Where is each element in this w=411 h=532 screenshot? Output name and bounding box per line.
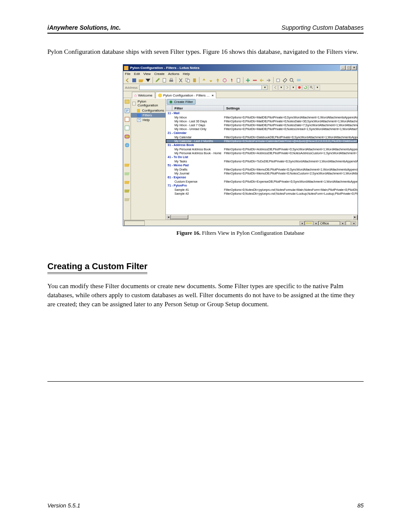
file-icon[interactable] [161, 77, 168, 84]
bookmark-folder-4[interactable] [124, 188, 130, 194]
maximize-button[interactable]: □ [346, 65, 351, 70]
status-dd-3[interactable]: ▴ [340, 221, 345, 225]
save-icon[interactable] [131, 77, 137, 84]
nav-dd3[interactable]: ▾ [314, 85, 320, 90]
copy-db-icon[interactable] [275, 77, 281, 84]
paste-icon[interactable] [191, 77, 198, 84]
filter-row[interactable]: My Inbox - Unread OnlyFilterOptions=0;Pi… [166, 127, 358, 131]
cut-icon[interactable] [177, 77, 184, 84]
nav-next-icon[interactable] [284, 85, 290, 90]
status-tail-1[interactable] [346, 221, 351, 225]
menu-file[interactable]: File [125, 72, 131, 76]
category-row[interactable]: 51 - Memo Pad [166, 163, 358, 168]
bookmark-folder-1[interactable] [124, 162, 130, 168]
tab-close-icon[interactable]: × [212, 93, 214, 97]
filter-row[interactable]: My JournalFilterOptions=0;PilotDb=MemoDB… [166, 171, 358, 175]
category-row[interactable]: 11 - Mail [166, 111, 358, 115]
category-row[interactable]: 21 - Calendar [166, 131, 358, 135]
col-blank[interactable] [166, 106, 172, 111]
nav-dd1[interactable]: ▾ [278, 85, 284, 90]
copy-icon[interactable] [184, 77, 191, 84]
chat-icon[interactable] [296, 77, 302, 84]
svg-rect-8 [237, 78, 240, 82]
expand-icon[interactable] [245, 77, 251, 84]
address-dropdown[interactable]: ▼ [262, 85, 268, 90]
collapse-icon[interactable] [252, 77, 258, 84]
filter-row[interactable]: My Inbox - Last 7 DaysFilterOptions=0;Pi… [166, 123, 358, 127]
bookmark-folder-5[interactable] [124, 196, 130, 202]
arrow-up-icon[interactable] [215, 77, 221, 84]
filter-row[interactable]: My Inbox - Last 30 DaysFilterOptions=0;P… [166, 119, 358, 123]
bookmark-icon-6[interactable] [124, 142, 130, 148]
dropdown-icon[interactable] [145, 77, 151, 84]
menu-edit[interactable]: Edit [134, 72, 140, 76]
menu-create[interactable]: Create [154, 72, 165, 76]
forward-icon[interactable] [265, 77, 272, 84]
bookmark-folder-3[interactable] [124, 179, 130, 185]
filter-row[interactable]: My TasksFilterOptions=0;PilotDb=ToDoDB;P… [166, 159, 358, 163]
nav-item-help[interactable]: ? Help [131, 118, 165, 122]
create-filter-button[interactable]: ✱ Create Filter [167, 99, 196, 105]
nav-back-icon[interactable] [124, 77, 131, 84]
status-dd-4[interactable]: ▴ [351, 221, 356, 225]
close-button[interactable]: × [352, 65, 357, 70]
nav-search-icon[interactable] [308, 85, 314, 90]
tab-filters-label: Pylon Configuration - Filters ... [163, 93, 210, 97]
filter-row[interactable]: My InboxFilterOptions=0;PilotDb=MailDB;P… [166, 115, 358, 119]
status-conn-icon[interactable] [305, 221, 313, 225]
col-filter[interactable]: Filter [172, 106, 224, 111]
address-input[interactable] [139, 85, 262, 90]
pin-icon[interactable] [228, 77, 235, 84]
status-location[interactable]: Office [318, 221, 340, 225]
filter-row[interactable]: Custom ExpenseFilterOptions=0;PilotDb=Ex… [166, 180, 358, 184]
minimize-button[interactable]: _ [340, 65, 346, 70]
filter-row[interactable]: Sample #1FilterOptions=0;NotesDb=pylonpr… [166, 188, 358, 192]
nav-prev-icon[interactable] [272, 85, 278, 90]
filter-row[interactable]: My DraftsFilterOptions=0;PilotDb=MemoDB;… [166, 168, 358, 171]
nav-stop-icon[interactable] [296, 85, 302, 90]
scroll-thumb[interactable] [171, 215, 188, 219]
tab-filters[interactable]: Pylon Configuration - Filters ... × [156, 92, 216, 98]
filter-row[interactable]: My CalendarFilterOptions=0;PilotDb=Dateb… [166, 135, 358, 139]
nav-item-filters[interactable]: Filters [131, 113, 165, 118]
filter-row[interactable]: Sample #2FilterOptions=0;NotesDb=pylonpr… [166, 192, 358, 196]
sort-desc-icon[interactable] [208, 77, 214, 84]
print-icon[interactable] [168, 77, 174, 84]
arrow-sync-icon[interactable] [221, 77, 228, 84]
col-settings[interactable]: Settings [224, 106, 358, 111]
open-icon[interactable] [138, 77, 144, 84]
edit-icon[interactable] [154, 77, 161, 84]
menu-actions[interactable]: Actions [168, 72, 179, 76]
status-dd-1[interactable]: ▴ [299, 221, 305, 225]
bookmark-folder-2[interactable] [124, 171, 130, 177]
find-icon[interactable] [282, 77, 288, 84]
workspace: Pylon Configuration Configurations Filte… [123, 98, 358, 220]
bookmark-icon-4[interactable] [124, 125, 130, 131]
bookmark-icon-1[interactable] [124, 99, 130, 105]
sort-asc-icon[interactable] [201, 77, 207, 84]
horizontal-scrollbar[interactable]: ◄ ► [166, 215, 358, 220]
category-row[interactable]: 41 - To Do List [166, 155, 358, 159]
nav-refresh-icon[interactable] [302, 85, 308, 90]
doc-icon[interactable] [235, 77, 242, 84]
scroll-left-icon[interactable]: ◄ [166, 215, 171, 220]
category-row[interactable]: 61 - Expense [166, 175, 358, 180]
filter-row[interactable]: My Personal Address Book - HomeFilterOpt… [166, 151, 358, 155]
bookmark-icon-3[interactable] [124, 116, 130, 122]
bookmark-icon-2[interactable] [124, 108, 130, 114]
category-row[interactable]: 31 - Address Book [166, 143, 358, 147]
menu-help[interactable]: Help [183, 72, 190, 76]
search-icon[interactable] [289, 77, 295, 84]
nav-dd2[interactable]: ▾ [290, 85, 296, 90]
filter-row[interactable]: My Personal Address BookFilterOptions=0;… [166, 147, 358, 151]
scroll-right-icon[interactable]: ► [352, 215, 358, 220]
category-row[interactable]: 71 - PylonPro [166, 184, 358, 188]
nav-item-configurations[interactable]: Configurations [131, 108, 165, 113]
tab-welcome[interactable]: ⌂ Welcome [132, 92, 155, 98]
bookmark-icon-5[interactable] [124, 134, 130, 140]
filter-row[interactable]: My Calendar - Last 2 MonthsFilterOptions… [166, 139, 358, 143]
status-dd-2[interactable]: ▴ [313, 221, 318, 225]
back-icon[interactable] [258, 77, 265, 84]
nav-root[interactable]: Pylon Configuration [131, 99, 165, 108]
menu-view[interactable]: View [143, 72, 151, 76]
